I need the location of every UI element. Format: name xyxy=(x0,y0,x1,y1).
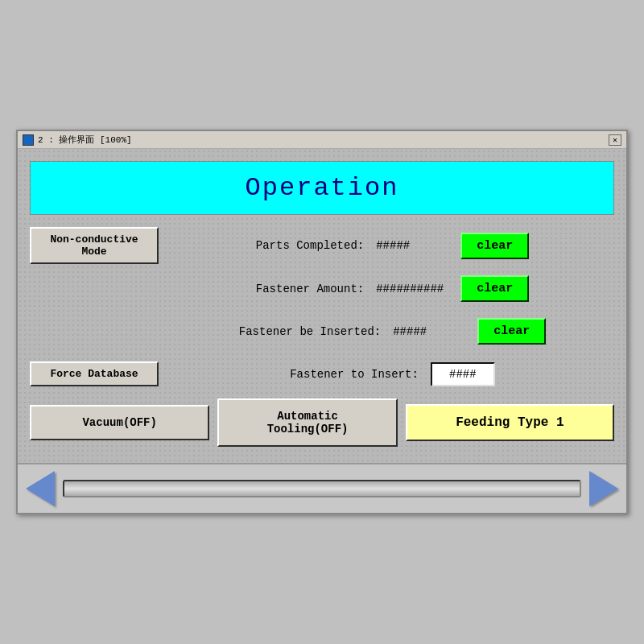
row-fastener-to-insert: Force Database Fastener to Insert: xyxy=(30,356,614,392)
fastener-to-insert-input[interactable] xyxy=(431,362,495,386)
non-conductive-mode-button[interactable]: Non-conductive Mode xyxy=(30,227,159,264)
main-content: Operation Non-conductive Mode Parts Comp… xyxy=(18,149,626,463)
row-fastener-amount: Fastener Amount: ########## clear xyxy=(30,270,614,307)
fastener-to-insert-label: Fastener to Insert: xyxy=(290,368,419,381)
window-icon xyxy=(23,134,34,146)
nav-bar xyxy=(18,463,626,513)
fastener-amount-label: Fastener Amount: xyxy=(256,283,364,295)
fastener-inserted-value: ##### xyxy=(393,325,465,338)
clear-parts-button[interactable]: clear xyxy=(460,233,529,259)
vacuum-button[interactable]: Vacuum(OFF) xyxy=(30,405,209,440)
row-parts-completed: Non-conductive Mode Parts Completed: ###… xyxy=(30,227,614,264)
title-bar-left: 2 : 操作界面 [100%] xyxy=(23,134,132,146)
fastener-inserted-area: Fastener be Inserted: ##### clear xyxy=(171,318,614,345)
fastener-amount-area: Fastener Amount: ########## clear xyxy=(171,275,614,302)
force-database-button[interactable]: Force Database xyxy=(30,361,159,386)
forward-arrow-icon xyxy=(589,471,618,506)
fastener-to-insert-area: Fastener to Insert: xyxy=(171,362,614,386)
force-database-btn-container: Force Database xyxy=(30,361,171,386)
back-arrow-icon xyxy=(26,471,55,506)
fastener-amount-value: ########## xyxy=(376,283,448,295)
page-title: Operation xyxy=(246,173,399,203)
row-bottom-buttons: Vacuum(OFF) Automatic Tooling(OFF) Feedi… xyxy=(30,398,614,447)
parts-completed-value: ##### xyxy=(376,239,448,252)
parts-completed-label: Parts Completed: xyxy=(256,239,364,252)
row-fastener-inserted: Fastener be Inserted: ##### clear xyxy=(30,313,614,349)
header-banner: Operation xyxy=(30,161,614,215)
parts-completed-area: Parts Completed: ##### clear xyxy=(171,233,614,259)
title-bar: 2 : 操作界面 [100%] ✕ xyxy=(18,131,626,149)
automatic-tooling-button[interactable]: Automatic Tooling(OFF) xyxy=(217,398,397,447)
feeding-type-button[interactable]: Feeding Type 1 xyxy=(406,404,614,441)
back-button[interactable] xyxy=(26,471,55,506)
main-window: 2 : 操作界面 [100%] ✕ Operation Non-conducti… xyxy=(16,130,628,514)
fastener-inserted-label: Fastener be Inserted: xyxy=(239,325,381,338)
clear-fastener-amount-button[interactable]: clear xyxy=(460,275,529,302)
nav-track xyxy=(63,480,581,497)
forward-button[interactable] xyxy=(589,471,618,506)
title-bar-text: 2 : 操作界面 [100%] xyxy=(38,134,132,146)
clear-fastener-inserted-button[interactable]: clear xyxy=(477,318,546,345)
non-conductive-btn-container: Non-conductive Mode xyxy=(30,227,171,264)
close-button[interactable]: ✕ xyxy=(609,134,621,146)
